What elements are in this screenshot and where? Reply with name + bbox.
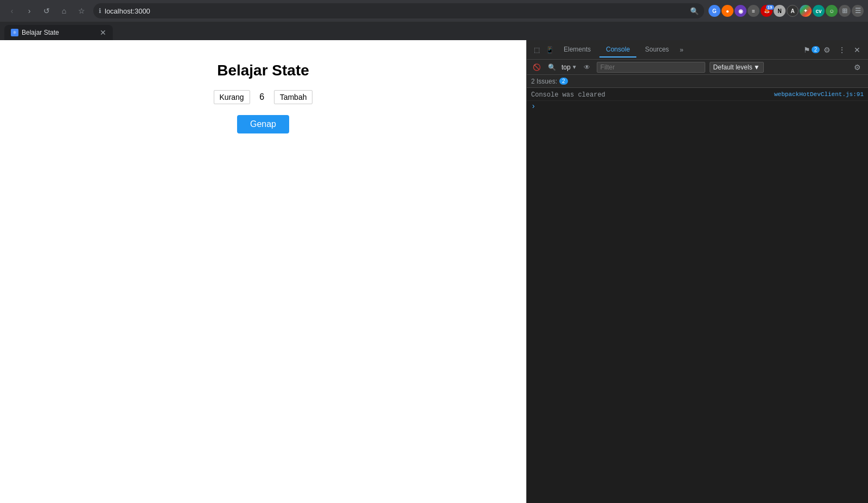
kurang-button[interactable]: Kurang	[214, 90, 250, 104]
console-output[interactable]: Console was cleared webpackHotDevClient.…	[527, 88, 868, 503]
toolbar-icons: G ● ◉ ≡ 🦊 19 N A ✦ cv ☺ ⊞ ☰	[709, 5, 864, 17]
console-toolbar: 🚫 🔍 top ▼ 👁 Default levels ▼ ⚙	[527, 60, 868, 75]
console-cleared-text: Console was cleared	[531, 91, 774, 99]
counter-value: 6	[257, 92, 267, 102]
console-prompt-icon: ›	[531, 102, 535, 111]
forward-button[interactable]: ›	[22, 3, 37, 18]
ext-icon5[interactable]: 🦊 19	[761, 5, 773, 17]
home-button[interactable]: ⌂	[56, 3, 72, 18]
tab-console[interactable]: Console	[599, 42, 636, 58]
context-selector[interactable]: top ▼	[561, 63, 577, 71]
console-entry: Console was cleared webpackHotDevClient.…	[527, 90, 868, 101]
tab-sources[interactable]: Sources	[639, 42, 675, 58]
ext-icon2[interactable]: ●	[722, 5, 733, 17]
console-input-row: ›	[527, 101, 868, 112]
devtools-settings-icon[interactable]: ⚙	[820, 43, 833, 56]
issues-count-badge: 2	[559, 78, 568, 85]
back-button[interactable]: ‹	[4, 3, 20, 18]
context-arrow-icon: ▼	[572, 64, 577, 70]
devtools-panel: ⬚ 📱 Elements Console Sources » ⚑ 2 ⚙ ⋮ ✕	[526, 40, 868, 503]
level-selector[interactable]: Default levels ▼	[710, 62, 764, 73]
devtools-close-icon[interactable]: ✕	[851, 43, 864, 56]
main-layout: Belajar State Kurang 6 Tambah Genap ⬚ 📱 …	[0, 40, 868, 503]
browser-viewport: Belajar State Kurang 6 Tambah Genap	[0, 40, 526, 503]
console-filter-icon[interactable]: 🔍	[546, 62, 557, 73]
ext-icon4[interactable]: ≡	[748, 5, 760, 17]
lock-icon: ℹ	[99, 7, 101, 15]
address-bar[interactable]: ℹ localhost:3000 🔍	[93, 3, 704, 18]
ext-icon10[interactable]: ☺	[826, 5, 838, 17]
tab-close-icon[interactable]: ✕	[100, 28, 106, 37]
devtools-inspect-icon[interactable]: ⬚	[531, 44, 542, 55]
ext-icon7[interactable]: A	[787, 5, 799, 17]
ext-icon6[interactable]: N	[774, 5, 786, 17]
tab-title: Belajar State	[22, 29, 94, 36]
level-arrow-icon: ▼	[754, 63, 760, 71]
ext-menu[interactable]: ☰	[852, 5, 864, 17]
tab-more-icon[interactable]: »	[678, 44, 686, 56]
reload-button[interactable]: ↺	[39, 3, 54, 18]
ext-puzzle[interactable]: ⊞	[839, 5, 851, 17]
console-settings-icon[interactable]: ⚙	[851, 61, 864, 74]
context-label: top	[561, 63, 571, 71]
issues-label: 2 Issues:	[531, 78, 557, 85]
issues-bar: 2 Issues: 2	[527, 75, 868, 88]
genap-button[interactable]: Genap	[237, 115, 289, 133]
issues-icon: ⚑	[803, 46, 810, 54]
counter-row: Kurang 6 Tambah	[214, 90, 313, 104]
bookmark-button[interactable]: ☆	[74, 3, 89, 18]
console-filter-input[interactable]	[597, 62, 705, 73]
page-title: Belajar State	[217, 62, 309, 79]
browser-window: ‹ › ↺ ⌂ ☆ ℹ localhost:3000 🔍 G ● ◉ ≡ 🦊 1…	[0, 0, 868, 503]
console-eye-icon[interactable]: 👁	[582, 62, 592, 73]
tab-bar: ⚛ Belajar State ✕	[0, 22, 868, 40]
ext-icon9[interactable]: cv	[813, 5, 825, 17]
devtools-more-icon[interactable]: ⋮	[835, 43, 848, 56]
console-entry-source[interactable]: webpackHotDevClient.js:91	[774, 91, 864, 98]
ext-icon8[interactable]: ✦	[800, 5, 812, 17]
level-label: Default levels	[713, 63, 752, 71]
devtools-toolbar: ⬚ 📱 Elements Console Sources » ⚑ 2 ⚙ ⋮ ✕	[527, 40, 868, 60]
search-icon: 🔍	[690, 7, 699, 15]
browser-tab[interactable]: ⚛ Belajar State ✕	[4, 25, 113, 40]
title-bar: ‹ › ↺ ⌂ ☆ ℹ localhost:3000 🔍 G ● ◉ ≡ 🦊 1…	[0, 0, 868, 22]
ext-google[interactable]: G	[709, 5, 720, 17]
address-text: localhost:3000	[105, 7, 687, 15]
tambah-button[interactable]: Tambah	[274, 90, 313, 104]
devtools-device-icon[interactable]: 📱	[544, 44, 555, 55]
ext-icon3[interactable]: ◉	[735, 5, 746, 17]
devtools-icons-right: ⚑ 2 ⚙ ⋮ ✕	[805, 43, 864, 56]
tab-favicon: ⚛	[11, 29, 18, 36]
console-clear-icon[interactable]: 🚫	[531, 62, 542, 73]
issues-badge: 2	[812, 46, 820, 53]
issues-tab[interactable]: ⚑ 2	[805, 43, 818, 56]
tab-elements[interactable]: Elements	[557, 42, 597, 58]
